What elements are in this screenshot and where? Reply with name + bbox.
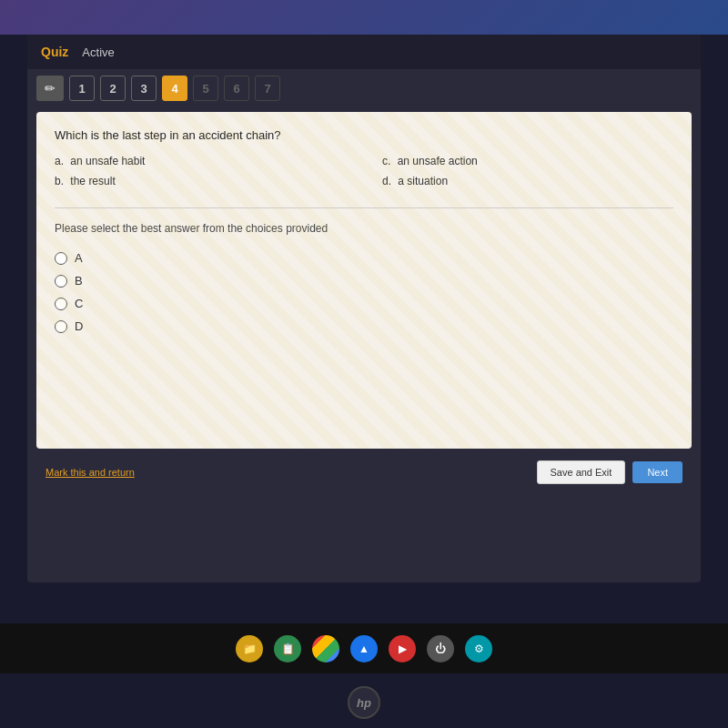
power-icon: ⏻ <box>435 642 446 655</box>
quiz-content: Which is the last step in an accident ch… <box>36 112 692 449</box>
divider <box>55 207 673 208</box>
taskbar-icon-power[interactable]: ⏻ <box>427 635 454 662</box>
radio-label-d: D <box>75 319 83 333</box>
taskbar-icon-settings[interactable]: ⚙ <box>465 635 492 662</box>
docs-icon: 📋 <box>281 642 295 655</box>
footer-buttons: Save and Exit Next <box>537 460 683 484</box>
taskbar: 📁 📋 ▲ ▶ ⏻ ⚙ <box>0 623 728 673</box>
mark-return-link[interactable]: Mark this and return <box>46 467 135 478</box>
choice-c: c. an unsafe action <box>382 153 673 169</box>
radio-circle-b <box>55 275 67 288</box>
taskbar-icon-docs[interactable]: 📋 <box>274 635 301 662</box>
question-nav-7[interactable]: 7 <box>255 76 280 101</box>
choices-grid: a. an unsafe habit c. an unsafe action b… <box>55 153 673 189</box>
choice-a: a. an unsafe habit <box>55 153 346 169</box>
choice-d-text: a situation <box>398 175 448 187</box>
taskbar-icon-youtube[interactable]: ▶ <box>389 635 416 662</box>
question-nav-5[interactable]: 5 <box>193 76 218 101</box>
choice-a-letter: a. <box>55 155 64 167</box>
quiz-title: Quiz <box>41 45 68 59</box>
question-nav-3[interactable]: 3 <box>131 76 157 101</box>
question-nav-4[interactable]: 4 <box>162 76 187 101</box>
files-icon: 📁 <box>243 642 257 655</box>
quiz-status: Active <box>82 46 114 59</box>
choice-a-text: an unsafe habit <box>70 155 145 167</box>
question-nav-2[interactable]: 2 <box>100 76 126 101</box>
choice-b-letter: b. <box>55 175 64 187</box>
taskbar-icon-chrome[interactable] <box>312 635 339 662</box>
radio-option-d[interactable]: D <box>55 319 673 333</box>
instruction-text: Please select the best answer from the c… <box>55 222 673 235</box>
quiz-footer: Mark this and return Save and Exit Next <box>36 453 692 491</box>
taskbar-icon-drive[interactable]: ▲ <box>350 635 378 662</box>
choice-b: b. the result <box>55 173 346 189</box>
choice-d: d. a situation <box>382 173 673 189</box>
quiz-header: Quiz Active <box>27 35 701 69</box>
choice-b-text: the result <box>70 175 115 187</box>
question-nav: ✏ 1 2 3 4 5 6 7 <box>27 69 701 107</box>
radio-label-b: B <box>75 274 83 288</box>
radio-circle-c <box>55 298 67 310</box>
radio-label-a: A <box>75 251 83 265</box>
next-button[interactable]: Next <box>632 461 682 483</box>
drive-icon: ▲ <box>359 642 369 655</box>
radio-circle-d <box>55 320 67 333</box>
save-exit-button[interactable]: Save and Exit <box>537 460 626 484</box>
settings-icon: ⚙ <box>474 642 484 655</box>
radio-option-a[interactable]: A <box>55 251 673 265</box>
choice-d-letter: d. <box>382 175 391 187</box>
question-text: Which is the last step in an accident ch… <box>55 128 673 142</box>
radio-option-b[interactable]: B <box>55 274 673 288</box>
radio-options: A B C D <box>55 251 673 333</box>
choice-c-text: an unsafe action <box>398 155 478 167</box>
question-nav-6[interactable]: 6 <box>224 76 249 101</box>
radio-label-c: C <box>75 297 83 310</box>
radio-option-c[interactable]: C <box>55 297 673 310</box>
question-nav-1[interactable]: 1 <box>69 76 95 101</box>
top-bar <box>0 0 728 35</box>
edit-button[interactable]: ✏ <box>36 76 64 101</box>
youtube-icon: ▶ <box>399 642 407 655</box>
choice-c-letter: c. <box>382 155 390 167</box>
edit-icon: ✏ <box>45 81 56 96</box>
screen: Quiz Active ✏ 1 2 3 4 5 6 7 Which is the… <box>27 35 701 582</box>
taskbar-icon-files[interactable]: 📁 <box>236 635 263 662</box>
hp-area: hp <box>0 686 728 719</box>
hp-logo: hp <box>348 686 380 719</box>
radio-circle-a <box>55 252 67 265</box>
